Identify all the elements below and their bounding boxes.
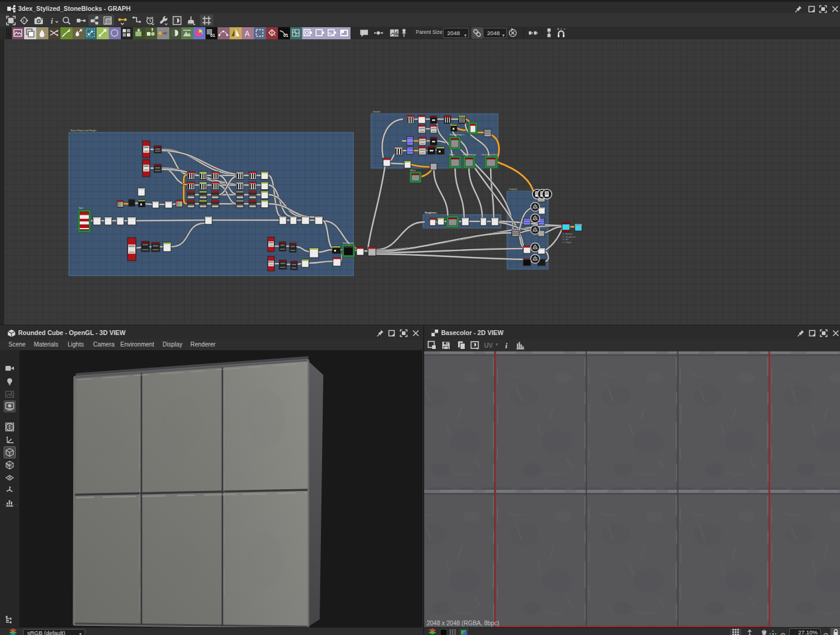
svg-text:In : Ambient: In : Ambient xyxy=(563,233,573,235)
svg-text:Dust (scratches): Dust (scratches) xyxy=(482,154,497,156)
svg-text:High Settings c...: High Settings c... xyxy=(450,134,465,136)
svg-text:Input: Input xyxy=(79,207,83,209)
svg-text:A: A xyxy=(245,30,250,38)
svg-text:In : Height: In : Height xyxy=(563,241,572,244)
svg-text:2048 x 2048 (RGBA, 8bpc): 2048 x 2048 (RGBA, 8bpc) xyxy=(427,620,499,627)
svg-text:Stone Color: Stone Color xyxy=(343,242,354,244)
svg-text:Details: Details xyxy=(373,110,380,113)
svg-text:i: i xyxy=(505,341,508,350)
svg-text:Roughness: Roughness xyxy=(425,212,436,214)
svg-text:Micro: Micro xyxy=(410,169,416,172)
svg-text:1:1: 1:1 xyxy=(22,19,27,22)
svg-text:01: 01 xyxy=(210,33,215,37)
svg-text:Base Shape and Height: Base Shape and Height xyxy=(71,129,97,132)
svg-text:In : AO: In : AO xyxy=(563,238,569,241)
svg-text:In : Roughness: In : Roughness xyxy=(563,236,576,238)
svg-text:i: i xyxy=(51,16,53,25)
svg-text:Outputs: Outputs xyxy=(509,187,517,190)
svg-text:01: 01 xyxy=(283,33,288,37)
svg-text:Edge: Edge xyxy=(450,154,454,156)
svg-text:Rock damage: Rock damage xyxy=(463,154,476,156)
